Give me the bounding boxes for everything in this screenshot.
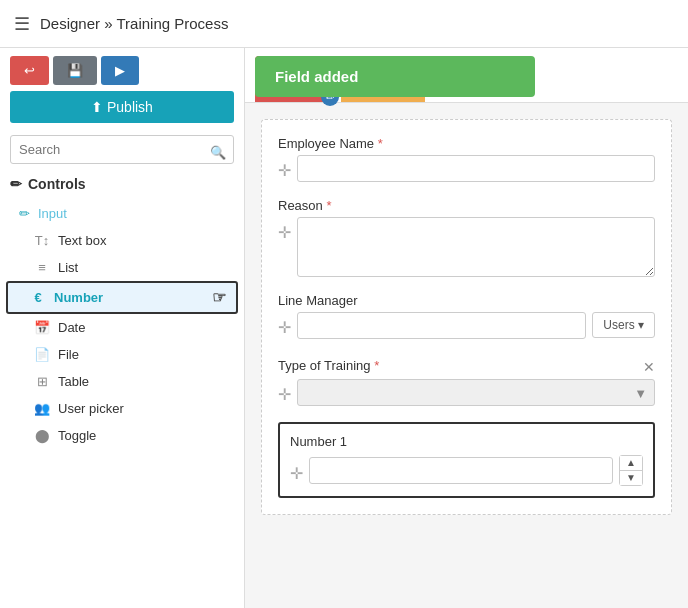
number1-field: Number 1 ✛ ▲ ▼ — [278, 422, 655, 498]
publish-label: ⬆ Publish — [91, 99, 153, 115]
employee-name-field: Employee Name * ✛ — [278, 136, 655, 182]
main-content: Field added TrainingRequest ✏ TrainingAp… — [245, 48, 688, 608]
controls-icon: ✏ — [10, 176, 22, 192]
controls-label: Controls — [28, 176, 86, 192]
table-icon: ⊞ — [34, 374, 50, 389]
list-icon: ≡ — [34, 260, 50, 275]
save-button[interactable]: 💾 — [53, 56, 97, 85]
textbox-label: Text box — [58, 233, 106, 248]
reason-field: Reason * ✛ — [278, 198, 655, 277]
number1-row: ✛ ▲ ▼ — [290, 455, 643, 486]
cursor-icon: ☞ — [212, 288, 226, 307]
notification-message: Field added — [275, 68, 358, 85]
control-item-number[interactable]: € Number ☞ — [6, 281, 238, 314]
search-icon: 🔍 — [210, 144, 226, 159]
users-dropdown-button[interactable]: Users ▾ — [592, 312, 655, 338]
line-manager-drag[interactable]: ✛ — [278, 318, 291, 337]
control-item-file[interactable]: 📄 File — [0, 341, 244, 368]
control-item-toggle[interactable]: ⬤ Toggle — [0, 422, 244, 449]
textbox-icon: T↕ — [34, 233, 50, 248]
type-of-training-select[interactable] — [297, 379, 655, 406]
toggle-label: Toggle — [58, 428, 96, 443]
userpicker-icon: 👥 — [34, 401, 50, 416]
userpicker-label: User picker — [58, 401, 124, 416]
top-bar: ☰ Designer » Training Process — [0, 0, 688, 48]
input-icon: ✏ — [16, 206, 32, 221]
number-icon: € — [30, 290, 46, 305]
type-of-training-select-wrapper: ▼ — [297, 379, 655, 406]
sidebar: ↩ 💾 ▶ ⬆ Publish 🔍 ✏ Controls ✏ Input T↕ — [0, 48, 245, 608]
control-item-userpicker[interactable]: 👥 User picker — [0, 395, 244, 422]
number1-label: Number 1 — [290, 434, 643, 449]
line-manager-input[interactable] — [297, 312, 586, 339]
publish-button[interactable]: ⬆ Publish — [10, 91, 234, 123]
spinner-up[interactable]: ▲ — [620, 456, 642, 471]
input-label: Input — [38, 206, 67, 221]
line-manager-row: ✛ Users ▾ — [278, 312, 655, 339]
notification-banner: Field added — [255, 56, 535, 97]
type-of-training-drag[interactable]: ✛ — [278, 385, 291, 404]
employee-name-label: Employee Name * — [278, 136, 655, 151]
type-of-training-required: * — [374, 358, 379, 373]
search-row: 🔍 — [0, 131, 244, 172]
controls-heading: ✏ Controls — [0, 172, 244, 200]
reason-row: ✛ — [278, 217, 655, 277]
menu-icon[interactable]: ☰ — [14, 13, 30, 35]
spinner-down[interactable]: ▼ — [620, 471, 642, 485]
employee-name-input[interactable] — [297, 155, 655, 182]
play-button[interactable]: ▶ — [101, 56, 139, 85]
file-icon: 📄 — [34, 347, 50, 362]
list-label: List — [58, 260, 78, 275]
breadcrumb: Designer » Training Process — [40, 15, 228, 32]
line-manager-label: Line Manager — [278, 293, 655, 308]
number1-drag[interactable]: ✛ — [290, 464, 303, 483]
form-area: Employee Name * ✛ Reason * ✛ — [245, 103, 688, 608]
date-label: Date — [58, 320, 85, 335]
reason-label: Reason * — [278, 198, 655, 213]
tab-bar: Field added TrainingRequest ✏ TrainingAp… — [245, 48, 688, 103]
control-item-textbox[interactable]: T↕ Text box — [0, 227, 244, 254]
sidebar-toolbar: ↩ 💾 ▶ — [0, 48, 244, 91]
type-of-training-label: Type of Training * — [278, 358, 379, 373]
number-spinner: ▲ ▼ — [619, 455, 643, 486]
table-label: Table — [58, 374, 89, 389]
reason-required: * — [326, 198, 331, 213]
line-manager-field: Line Manager ✛ Users ▾ — [278, 293, 655, 339]
employee-name-row: ✛ — [278, 155, 655, 182]
type-of-training-row: ✛ ▼ — [278, 379, 655, 406]
form-card: Employee Name * ✛ Reason * ✛ — [261, 119, 672, 515]
type-of-training-field: Type of Training * ✕ ✛ ▼ — [278, 355, 655, 406]
employee-name-required: * — [378, 136, 383, 151]
search-input[interactable] — [10, 135, 234, 164]
type-of-training-close[interactable]: ✕ — [643, 359, 655, 375]
control-item-list[interactable]: ≡ List — [0, 254, 244, 281]
control-item-date[interactable]: 📅 Date — [0, 314, 244, 341]
input-section: ✏ Input T↕ Text box ≡ List € Number ☞ 📅 — [0, 200, 244, 453]
number1-input[interactable] — [309, 457, 613, 484]
number-label: Number — [54, 290, 103, 305]
reason-drag[interactable]: ✛ — [278, 223, 291, 242]
date-icon: 📅 — [34, 320, 50, 335]
back-button[interactable]: ↩ — [10, 56, 49, 85]
toggle-icon: ⬤ — [34, 428, 50, 443]
employee-name-drag[interactable]: ✛ — [278, 161, 291, 180]
input-section-title[interactable]: ✏ Input — [0, 200, 244, 227]
file-label: File — [58, 347, 79, 362]
reason-textarea[interactable] — [297, 217, 655, 277]
control-item-table[interactable]: ⊞ Table — [0, 368, 244, 395]
